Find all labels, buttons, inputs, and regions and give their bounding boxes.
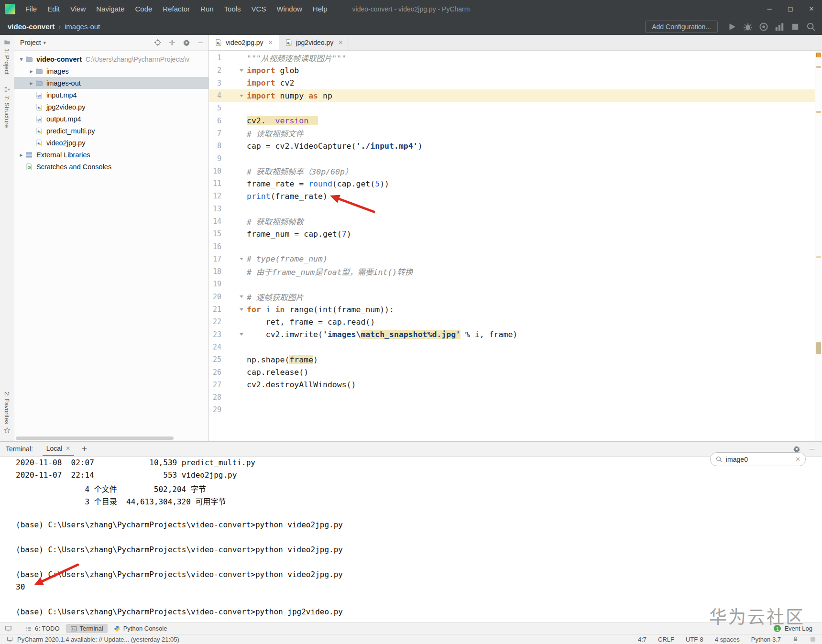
close-icon[interactable]: ✕ bbox=[801, 0, 822, 18]
minimize-icon[interactable]: ─ bbox=[808, 445, 816, 453]
line-number[interactable]: 19 bbox=[209, 280, 221, 288]
line-number[interactable]: 3 bbox=[209, 79, 221, 87]
line-number[interactable]: 5 bbox=[209, 104, 221, 112]
minimize-icon[interactable]: ─ bbox=[759, 0, 780, 18]
collapse-all-icon[interactable] bbox=[168, 39, 176, 47]
stripe-item-1-project[interactable]: 1: Project bbox=[3, 39, 11, 75]
add-configuration-button[interactable]: Add Configuration... bbox=[645, 21, 718, 33]
terminal-search-input[interactable] bbox=[726, 456, 792, 463]
close-icon[interactable]: ✕ bbox=[338, 39, 343, 46]
editor-scrollbar[interactable] bbox=[815, 51, 822, 441]
line-number[interactable]: 9 bbox=[209, 154, 221, 163]
tree-arrow-icon[interactable]: ▾ bbox=[17, 56, 25, 63]
close-icon[interactable]: ✕ bbox=[268, 39, 273, 46]
menu-vcs[interactable]: VCS bbox=[246, 0, 272, 18]
line-number[interactable]: 8 bbox=[209, 142, 221, 150]
gear-icon[interactable] bbox=[182, 39, 190, 47]
line-number[interactable]: 18 bbox=[209, 267, 221, 276]
line-number[interactable]: 22 bbox=[209, 317, 221, 326]
line-number[interactable]: 27 bbox=[209, 381, 221, 389]
line-number[interactable]: 6 bbox=[209, 117, 221, 125]
tree-item-input-mp4[interactable]: input.mp4 bbox=[14, 89, 208, 101]
line-number[interactable]: 24 bbox=[209, 343, 221, 351]
project-hscrollbar[interactable] bbox=[16, 437, 174, 440]
line-number[interactable]: 29 bbox=[209, 405, 221, 414]
line-number[interactable]: 13 bbox=[209, 205, 221, 213]
line-number[interactable]: 16 bbox=[209, 242, 221, 251]
fold-marker[interactable] bbox=[221, 308, 247, 311]
line-number[interactable]: 15 bbox=[209, 229, 221, 238]
line-number[interactable]: 26 bbox=[209, 368, 221, 377]
toolwindow-terminal[interactable]: Terminal bbox=[66, 624, 108, 633]
status-crlf[interactable]: CRLF bbox=[658, 636, 674, 643]
code-editor[interactable]: 1"""从视频逐帧读取图片"""2import glob3import cv24… bbox=[209, 51, 822, 441]
menu-window[interactable]: Window bbox=[271, 0, 307, 18]
tree-arrow-icon[interactable]: ▸ bbox=[27, 80, 35, 87]
gear-icon[interactable] bbox=[792, 445, 800, 453]
tree-arrow-icon[interactable]: ▸ bbox=[17, 152, 25, 158]
line-number[interactable]: 2 bbox=[209, 66, 221, 75]
status-message[interactable]: PyCharm 2020.1.4 available: // Update...… bbox=[17, 636, 179, 643]
maximize-icon[interactable]: ▢ bbox=[780, 0, 801, 18]
line-number[interactable]: 28 bbox=[209, 393, 221, 402]
coverage-icon[interactable] bbox=[758, 22, 769, 32]
status-utf-8[interactable]: UTF-8 bbox=[686, 636, 703, 643]
menu-tools[interactable]: Tools bbox=[219, 0, 246, 18]
tab-jpg2video-py[interactable]: jpg2video.py✕ bbox=[279, 35, 350, 50]
menu-file[interactable]: File bbox=[20, 0, 42, 18]
project-panel-title[interactable]: Project bbox=[20, 39, 41, 46]
status-4-spaces[interactable]: 4 spaces bbox=[715, 636, 740, 643]
tree-item-scratches-and-consoles[interactable]: Scratches and Consoles bbox=[14, 161, 208, 173]
fold-marker[interactable] bbox=[221, 295, 247, 298]
line-number[interactable]: 7 bbox=[209, 129, 221, 138]
menu-view[interactable]: View bbox=[65, 0, 91, 18]
restore-windows-icon[interactable] bbox=[5, 625, 12, 633]
tree-arrow-icon[interactable]: ▸ bbox=[27, 68, 35, 75]
breadcrumb-project[interactable]: video-convert bbox=[8, 22, 55, 31]
menu-refactor[interactable]: Refactor bbox=[157, 0, 195, 18]
fold-marker[interactable] bbox=[221, 258, 247, 260]
line-number[interactable]: 11 bbox=[209, 179, 221, 188]
lock-icon[interactable] bbox=[792, 636, 799, 643]
menu-code[interactable]: Code bbox=[130, 0, 157, 18]
close-icon[interactable]: ✕ bbox=[66, 445, 70, 452]
restore-windows-icon[interactable] bbox=[7, 636, 13, 643]
tree-item-external-libraries[interactable]: ▸External Libraries bbox=[14, 149, 208, 161]
menu-edit[interactable]: Edit bbox=[42, 0, 65, 18]
tab-video2jpg-py[interactable]: video2jpg.py✕ bbox=[209, 35, 279, 50]
terminal-tab-local[interactable]: Local ✕ bbox=[43, 442, 75, 456]
menu-run[interactable]: Run bbox=[195, 0, 219, 18]
terminal-output[interactable]: 2020-11-08 02:07 10,539 predict_multi.py… bbox=[0, 457, 822, 622]
search-icon[interactable] bbox=[806, 22, 816, 32]
hide-panel-icon[interactable]: ─ bbox=[197, 39, 205, 47]
tree-item-images-out[interactable]: ▸images-out bbox=[14, 77, 208, 89]
profiler-icon[interactable] bbox=[774, 22, 785, 32]
line-number[interactable]: 4 bbox=[209, 91, 221, 100]
stop-icon[interactable] bbox=[790, 22, 800, 32]
tree-item-images[interactable]: ▸images bbox=[14, 65, 208, 77]
toolwindow-6-todo[interactable]: 6: TODO bbox=[21, 624, 64, 633]
line-number[interactable]: 25 bbox=[209, 355, 221, 364]
new-session-icon[interactable]: + bbox=[76, 444, 93, 454]
locate-icon[interactable] bbox=[153, 39, 162, 47]
tree-item-jpg2video-py[interactable]: jpg2video.py bbox=[14, 101, 208, 113]
run-icon[interactable] bbox=[727, 22, 737, 32]
debug-icon[interactable] bbox=[743, 22, 753, 32]
line-number[interactable]: 23 bbox=[209, 330, 221, 339]
status-python-3-7[interactable]: Python 3.7 bbox=[751, 636, 781, 643]
breadcrumb-folder[interactable]: images-out bbox=[65, 22, 100, 31]
fold-marker[interactable] bbox=[221, 333, 247, 336]
stripe-item-2-favorites[interactable]: 2: Favorites bbox=[3, 392, 11, 434]
tree-item-predict-multi-py[interactable]: predict_multi.py bbox=[14, 125, 208, 137]
background-tasks-icon[interactable] bbox=[811, 637, 815, 642]
status-4-7[interactable]: 4:7 bbox=[638, 636, 647, 643]
fold-marker[interactable] bbox=[221, 69, 247, 72]
line-number[interactable]: 20 bbox=[209, 293, 221, 301]
tree-item-video-convert[interactable]: ▾video-convertC:\Users\zhang\PycharmProj… bbox=[14, 53, 208, 65]
line-number[interactable]: 17 bbox=[209, 255, 221, 263]
close-icon[interactable]: ✕ bbox=[795, 456, 800, 463]
line-number[interactable]: 1 bbox=[209, 54, 221, 62]
menu-navigate[interactable]: Navigate bbox=[91, 0, 130, 18]
menu-help[interactable]: Help bbox=[307, 0, 333, 18]
tree-item-output-mp4[interactable]: output.mp4 bbox=[14, 113, 208, 125]
